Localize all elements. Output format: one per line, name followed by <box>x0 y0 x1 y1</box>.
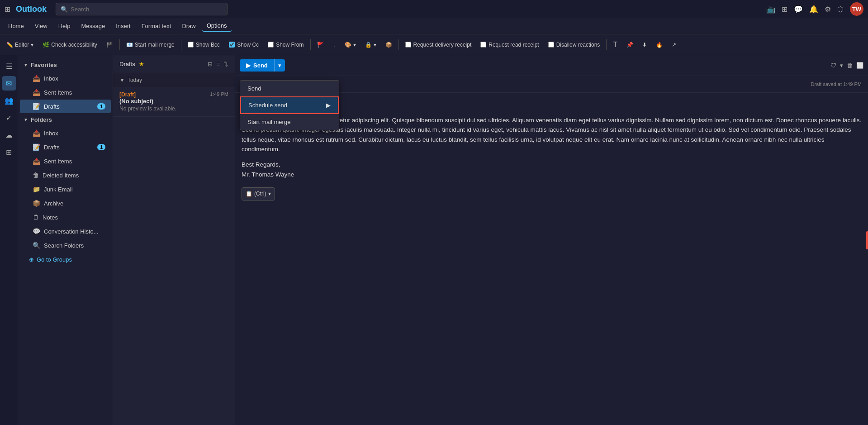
email-closing: Best Regards, Mr. Thomas Wayne <box>242 160 862 179</box>
favorites-section[interactable]: ▼ Favorites <box>18 59 113 71</box>
go-to-groups-label: Go to Groups <box>37 256 72 263</box>
settings-icon[interactable]: ⚙ <box>825 5 831 14</box>
show-cc-input[interactable] <box>229 42 235 48</box>
sidebar-item-deleted-items[interactable]: 🗑 Deleted Items <box>20 168 111 182</box>
arrow-down-button[interactable]: ↓ <box>329 40 339 50</box>
send-button[interactable]: ▶ Send <box>240 59 274 72</box>
send-dropdown-mail-merge[interactable]: Start mail merge <box>240 114 339 130</box>
drafts-label: Drafts <box>44 144 60 151</box>
menu-view[interactable]: View <box>30 21 52 31</box>
avatar[interactable]: TW <box>850 2 863 16</box>
folder-star-icon[interactable]: ★ <box>139 61 144 67</box>
start-mail-merge-button[interactable]: 📧 Start mail merge <box>123 40 178 50</box>
people-nav-icon[interactable]: 👥 <box>2 93 16 108</box>
ctrl-tooltip[interactable]: 📋 (Ctrl) ▾ <box>242 187 275 201</box>
request-read-input[interactable] <box>480 42 486 48</box>
hamburger-nav-icon[interactable]: ☰ <box>2 59 16 73</box>
search-folders-icon: 🔍 <box>33 242 40 249</box>
color-button[interactable]: 🎨 ▾ <box>341 40 360 50</box>
show-from-checkbox[interactable]: Show From <box>264 40 307 50</box>
apps-icon[interactable]: ⊞ <box>782 5 787 14</box>
search-box[interactable]: 🔍 <box>56 3 228 15</box>
app-name: Outlook <box>16 5 47 14</box>
menu-format-text[interactable]: Format text <box>137 21 176 31</box>
sort-icon[interactable]: ≡ <box>216 61 220 67</box>
compose-shield-chevron[interactable]: ▾ <box>840 62 843 69</box>
menu-insert[interactable]: Insert <box>111 21 135 31</box>
menu-options[interactable]: Options <box>202 20 232 32</box>
drafts-folder-badge: 1 <box>97 144 105 150</box>
fire-button[interactable]: 🔥 <box>652 40 666 50</box>
sidebar-item-notes[interactable]: 🗒 Notes <box>20 210 111 224</box>
delete-compose-icon[interactable]: 🗑 <box>847 62 853 69</box>
go-to-groups-link[interactable]: ⊕ Go to Groups <box>18 253 113 267</box>
collapse-today-icon[interactable]: ▼ <box>119 77 125 83</box>
inbox-icon: 📥 <box>33 129 40 137</box>
sidebar-item-conversation-history[interactable]: 💬 Conversation Histo... <box>20 224 111 238</box>
tasks-nav-icon[interactable]: ✓ <box>2 110 16 125</box>
expand-compose-icon[interactable]: ⬜ <box>856 62 863 69</box>
show-bcc-input[interactable] <box>188 42 194 48</box>
disallow-reactions-checkbox[interactable]: Disallow reactions <box>545 40 604 50</box>
sidebar-item-sent-items-favorite[interactable]: 📤 Sent Items <box>20 86 111 99</box>
sticky-note-icon: 📌 <box>626 42 633 48</box>
menu-help[interactable]: Help <box>54 21 75 31</box>
sidebar-item-junk-email[interactable]: 📁 Junk Email <box>20 182 111 196</box>
email-list-item[interactable]: 1:49 PM [Draft] (No subject) No preview … <box>113 87 235 117</box>
meeting-icon[interactable]: 📺 <box>766 5 775 14</box>
red-accent-bar <box>866 231 868 249</box>
cloud-nav-icon[interactable]: ☁ <box>2 128 16 142</box>
chat-icon[interactable]: 💬 <box>794 5 803 14</box>
lock-button[interactable]: 🔒 ▾ <box>361 40 380 50</box>
show-bcc-checkbox[interactable]: Show Bcc <box>184 40 223 50</box>
sent-items-favorite-label: Sent Items <box>44 89 72 96</box>
sidebar-item-sent-items[interactable]: 📤 Sent Items <box>20 154 111 168</box>
request-delivery-input[interactable] <box>405 42 411 48</box>
email-body[interactable]: To whom it may concern, Lorem ipsum dolo… <box>235 93 868 425</box>
swap-icon[interactable]: ⇅ <box>223 61 228 67</box>
apps-nav-icon[interactable]: ⊞ <box>2 145 16 159</box>
main-layout: ☰ ✉ 👥 ✓ ☁ ⊞ ▼ Favorites 📥 Inbox 📤 Sent I… <box>0 55 868 425</box>
disallow-reactions-input[interactable] <box>548 42 554 48</box>
send-dropdown-schedule[interactable]: Schedule send ▶ <box>240 96 339 114</box>
sidebar-item-search-folders[interactable]: 🔍 Search Folders <box>20 239 111 252</box>
menu-home[interactable]: Home <box>4 21 28 31</box>
sidebar-item-drafts[interactable]: 📝 Drafts 1 <box>20 140 111 154</box>
sidebar-item-inbox-favorite[interactable]: 📥 Inbox <box>20 72 111 85</box>
sidebar-item-inbox[interactable]: 📥 Inbox <box>20 126 111 140</box>
app-grid-icon[interactable]: ⊞ <box>5 5 10 14</box>
box-icon-button[interactable]: 📦 <box>382 40 396 50</box>
show-cc-checkbox[interactable]: Show Cc <box>225 40 262 50</box>
notifications-icon[interactable]: 🔔 <box>809 5 818 14</box>
filter-icon[interactable]: ⊟ <box>208 61 213 67</box>
shield-icon[interactable]: 🛡 <box>830 62 836 69</box>
arrow-down-icon: ↓ <box>333 42 336 48</box>
search-icon: 🔍 <box>61 6 68 13</box>
folders-section[interactable]: ▼ Folders <box>18 114 113 126</box>
request-read-checkbox[interactable]: Request read receipt <box>477 40 542 50</box>
check-accessibility-button[interactable]: 🌿 Check accessibility <box>39 40 100 50</box>
menu-draw[interactable]: Draw <box>177 21 200 31</box>
archive-label: Archive <box>44 200 63 207</box>
sent-items-favorite-icon: 📤 <box>33 89 40 96</box>
send-dropdown-send[interactable]: Send <box>240 81 339 96</box>
request-delivery-checkbox[interactable]: Request delivery receipt <box>402 40 475 50</box>
download-button[interactable]: ⬇ <box>639 40 650 50</box>
sent-items-label: Sent Items <box>44 158 72 165</box>
red-flag-button[interactable]: 🚩 <box>313 40 327 50</box>
mail-nav-icon[interactable]: ✉ <box>2 76 16 91</box>
copilot-icon[interactable]: ⬡ <box>837 5 844 14</box>
export-button[interactable]: ↗ <box>668 40 680 50</box>
editor-button[interactable]: ✏️ Editor ▾ <box>3 40 37 50</box>
flag-icon-button[interactable]: 🏴 <box>103 40 117 50</box>
folder-list-pane: Drafts ★ ⊟ ≡ ⇅ ▼ Today 1:49 PM [Draft] (… <box>113 55 235 425</box>
send-dropdown-toggle[interactable]: ▾ <box>274 59 285 72</box>
sidebar-item-archive[interactable]: 📦 Archive <box>20 196 111 210</box>
text-size-button[interactable]: T <box>609 39 621 51</box>
show-from-input[interactable] <box>268 42 274 48</box>
download-icon: ⬇ <box>642 42 647 48</box>
sidebar-item-drafts-favorite[interactable]: 📝 Drafts 1 <box>20 100 111 113</box>
search-input[interactable] <box>71 6 223 13</box>
menu-message[interactable]: Message <box>76 21 109 31</box>
sticky-note-button[interactable]: 📌 <box>623 40 637 50</box>
